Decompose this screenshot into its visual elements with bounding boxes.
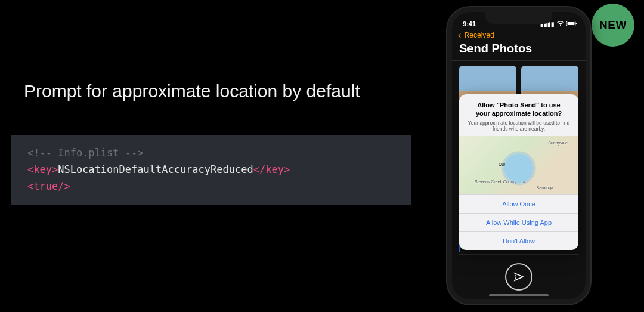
code-comment-close: --> — [125, 147, 144, 159]
paper-plane-icon — [513, 271, 525, 283]
map-label-cupertino: Cupertino — [499, 162, 518, 166]
code-line-bool: <true/> — [27, 178, 395, 194]
wifi-icon — [557, 21, 564, 27]
alert-allow-while-using-button[interactable]: Allow While Using App — [459, 213, 578, 231]
alert-allow-once-button[interactable]: Allow Once — [459, 194, 578, 213]
nav-back-label: Received — [465, 31, 494, 39]
map-label-saratoga: Saratoga — [537, 186, 553, 190]
map-label-county-park: Stevens Creek County Park — [475, 180, 526, 184]
alert-dont-allow-button[interactable]: Don't Allow — [459, 231, 578, 250]
code-key-open: <key> — [27, 163, 58, 175]
svg-rect-2 — [576, 23, 577, 24]
new-badge: NEW — [592, 4, 634, 47]
slide-title: Prompt for approximate location by defau… — [24, 81, 360, 101]
phone-mockup: 9:41 ▮▮▮▮ Received Send Photos Nea Othe … — [447, 7, 590, 304]
alert-title: Allow "Photo Send" to use your approxima… — [467, 101, 570, 118]
code-line-key: <key>NSLocationDefaultAccuracyReduced</k… — [27, 161, 395, 178]
map-label-sunnyvale: Sunnyvale — [548, 141, 568, 145]
code-block: <!-- Info.plist --> <key>NSLocationDefau… — [11, 135, 411, 205]
nav-back-button[interactable]: Received — [452, 27, 586, 42]
phone-notch — [485, 12, 552, 24]
code-comment-text: Info.plist — [52, 147, 125, 159]
code-key-name: NSLocationDefaultAccuracyReduced — [58, 163, 253, 175]
code-line-comment: <!-- Info.plist --> — [27, 144, 395, 161]
new-badge-label: NEW — [599, 18, 627, 32]
svg-rect-1 — [568, 22, 575, 25]
status-time: 9:41 — [463, 20, 476, 27]
location-permission-alert: Allow "Photo Send" to use your approxima… — [459, 94, 578, 250]
home-indicator — [489, 294, 549, 296]
battery-icon — [566, 21, 577, 27]
alert-map-preview: Sunnyvale Cupertino Stevens Creek County… — [459, 136, 578, 194]
code-key-close: </key> — [253, 163, 290, 175]
alert-subtitle: Your approximate location will be used t… — [467, 120, 570, 132]
screen-title: Send Photos — [452, 42, 586, 60]
send-button[interactable] — [505, 263, 532, 291]
code-bool-tag: <true/> — [27, 180, 70, 192]
code-comment-open: <!-- — [27, 147, 52, 159]
